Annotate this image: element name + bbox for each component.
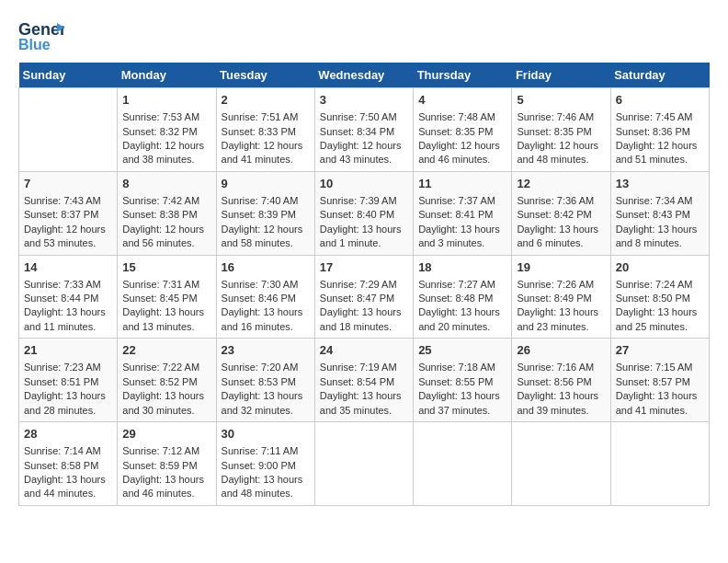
sunset-text: Sunset: 9:00 PM (222, 460, 296, 471)
day-number: 3 (320, 92, 408, 109)
calendar-cell: 6 Sunrise: 7:45 AM Sunset: 8:36 PM Dayli… (610, 88, 709, 172)
day-number: 6 (616, 92, 704, 109)
calendar-cell: 19 Sunrise: 7:26 AM Sunset: 8:49 PM Dayl… (512, 255, 610, 339)
day-number: 11 (418, 176, 506, 192)
calendar-cell: 5 Sunrise: 7:46 AM Sunset: 8:35 PM Dayli… (512, 88, 610, 172)
sunset-text: Sunset: 8:48 PM (418, 293, 493, 304)
sunrise-text: Sunrise: 7:19 AM (320, 362, 397, 373)
sunrise-text: Sunrise: 7:14 AM (24, 445, 101, 456)
calendar-cell: 2 Sunrise: 7:51 AM Sunset: 8:33 PM Dayli… (216, 88, 314, 172)
calendar-cell: 16 Sunrise: 7:30 AM Sunset: 8:46 PM Dayl… (216, 255, 314, 339)
sunset-text: Sunset: 8:58 PM (24, 460, 98, 471)
calendar-week-2: 7 Sunrise: 7:43 AM Sunset: 8:37 PM Dayli… (19, 171, 710, 255)
daylight-text: Daylight: 12 hours and 43 minutes. (320, 140, 402, 165)
daylight-text: Daylight: 13 hours and 13 minutes. (122, 306, 204, 331)
sunrise-text: Sunrise: 7:33 AM (24, 279, 101, 290)
daylight-text: Daylight: 13 hours and 41 minutes. (616, 390, 698, 415)
calendar-cell: 3 Sunrise: 7:50 AM Sunset: 8:34 PM Dayli… (314, 88, 413, 172)
daylight-text: Daylight: 12 hours and 53 minutes. (24, 224, 106, 248)
calendar-cell: 27 Sunrise: 7:15 AM Sunset: 8:57 PM Dayl… (610, 339, 709, 422)
calendar-cell: 4 Sunrise: 7:48 AM Sunset: 8:35 PM Dayli… (414, 88, 512, 172)
sunset-text: Sunset: 8:32 PM (122, 126, 197, 137)
day-header-friday: Friday (512, 63, 610, 88)
day-number: 27 (616, 342, 704, 359)
sunset-text: Sunset: 8:44 PM (24, 293, 98, 304)
page-header: General Blue (18, 18, 710, 55)
calendar-header-row: SundayMondayTuesdayWednesdayThursdayFrid… (19, 63, 710, 88)
day-number: 21 (24, 342, 112, 359)
day-number: 10 (320, 176, 408, 192)
logo: General Blue (18, 18, 64, 55)
calendar-cell: 7 Sunrise: 7:43 AM Sunset: 8:37 PM Dayli… (19, 171, 118, 255)
sunset-text: Sunset: 8:55 PM (418, 376, 493, 387)
sunrise-text: Sunrise: 7:11 AM (222, 445, 299, 456)
daylight-text: Daylight: 13 hours and 32 minutes. (222, 390, 303, 415)
day-header-tuesday: Tuesday (216, 63, 314, 88)
sunset-text: Sunset: 8:54 PM (320, 376, 394, 387)
sunset-text: Sunset: 8:39 PM (222, 209, 296, 220)
calendar-cell: 22 Sunrise: 7:22 AM Sunset: 8:52 PM Dayl… (118, 339, 216, 422)
calendar-cell: 17 Sunrise: 7:29 AM Sunset: 8:47 PM Dayl… (314, 255, 413, 339)
daylight-text: Daylight: 13 hours and 30 minutes. (122, 390, 204, 415)
calendar-cell: 30 Sunrise: 7:11 AM Sunset: 9:00 PM Dayl… (216, 422, 314, 506)
calendar-cell (512, 422, 610, 506)
day-number: 23 (222, 342, 310, 359)
sunrise-text: Sunrise: 7:12 AM (122, 445, 199, 456)
day-number: 12 (517, 176, 605, 192)
daylight-text: Daylight: 13 hours and 37 minutes. (418, 390, 500, 415)
sunrise-text: Sunrise: 7:53 AM (122, 111, 199, 122)
calendar-cell: 14 Sunrise: 7:33 AM Sunset: 8:44 PM Dayl… (19, 255, 118, 339)
sunrise-text: Sunrise: 7:50 AM (320, 111, 397, 122)
calendar-cell: 9 Sunrise: 7:40 AM Sunset: 8:39 PM Dayli… (216, 171, 314, 255)
day-number: 5 (517, 92, 605, 109)
sunrise-text: Sunrise: 7:40 AM (222, 195, 299, 206)
sunrise-text: Sunrise: 7:24 AM (616, 279, 693, 290)
calendar-week-4: 21 Sunrise: 7:23 AM Sunset: 8:51 PM Dayl… (19, 339, 710, 422)
calendar-cell (19, 88, 118, 172)
calendar-cell: 13 Sunrise: 7:34 AM Sunset: 8:43 PM Dayl… (610, 171, 709, 255)
day-number: 16 (222, 259, 310, 276)
sunrise-text: Sunrise: 7:42 AM (122, 195, 199, 206)
sunset-text: Sunset: 8:37 PM (24, 209, 98, 220)
sunrise-text: Sunrise: 7:26 AM (517, 279, 594, 290)
sunrise-text: Sunrise: 7:51 AM (222, 111, 299, 122)
sunset-text: Sunset: 8:42 PM (517, 209, 591, 220)
calendar-week-3: 14 Sunrise: 7:33 AM Sunset: 8:44 PM Dayl… (19, 255, 710, 339)
calendar-cell: 11 Sunrise: 7:37 AM Sunset: 8:41 PM Dayl… (414, 171, 512, 255)
daylight-text: Daylight: 13 hours and 6 minutes. (517, 224, 598, 248)
sunset-text: Sunset: 8:53 PM (222, 376, 296, 387)
sunset-text: Sunset: 8:34 PM (320, 126, 394, 137)
svg-text:Blue: Blue (18, 37, 51, 52)
calendar-body: 1 Sunrise: 7:53 AM Sunset: 8:32 PM Dayli… (19, 88, 710, 506)
daylight-text: Daylight: 13 hours and 8 minutes. (616, 224, 698, 248)
calendar-cell: 21 Sunrise: 7:23 AM Sunset: 8:51 PM Dayl… (19, 339, 118, 422)
sunrise-text: Sunrise: 7:45 AM (616, 111, 693, 122)
day-number: 9 (222, 176, 310, 192)
daylight-text: Daylight: 13 hours and 16 minutes. (222, 306, 303, 331)
daylight-text: Daylight: 13 hours and 25 minutes. (616, 306, 698, 331)
sunrise-text: Sunrise: 7:46 AM (517, 111, 594, 122)
day-header-wednesday: Wednesday (314, 63, 413, 88)
sunrise-text: Sunrise: 7:43 AM (24, 195, 101, 206)
calendar-cell: 25 Sunrise: 7:18 AM Sunset: 8:55 PM Dayl… (414, 339, 512, 422)
daylight-text: Daylight: 13 hours and 23 minutes. (517, 306, 598, 331)
sunset-text: Sunset: 8:52 PM (122, 376, 197, 387)
day-number: 28 (24, 426, 112, 442)
day-number: 19 (517, 259, 605, 276)
sunrise-text: Sunrise: 7:48 AM (418, 111, 495, 122)
sunset-text: Sunset: 8:51 PM (24, 376, 98, 387)
sunrise-text: Sunrise: 7:30 AM (222, 279, 299, 290)
calendar-week-5: 28 Sunrise: 7:14 AM Sunset: 8:58 PM Dayl… (19, 422, 710, 506)
sunset-text: Sunset: 8:50 PM (616, 293, 690, 304)
daylight-text: Daylight: 13 hours and 28 minutes. (24, 390, 106, 415)
calendar-cell: 15 Sunrise: 7:31 AM Sunset: 8:45 PM Dayl… (118, 255, 216, 339)
daylight-text: Daylight: 13 hours and 39 minutes. (517, 390, 598, 415)
calendar-cell: 29 Sunrise: 7:12 AM Sunset: 8:59 PM Dayl… (118, 422, 216, 506)
calendar-cell (610, 422, 709, 506)
day-number: 14 (24, 259, 112, 276)
daylight-text: Daylight: 12 hours and 56 minutes. (122, 224, 204, 248)
sunset-text: Sunset: 8:57 PM (616, 376, 690, 387)
day-number: 24 (320, 342, 408, 359)
sunrise-text: Sunrise: 7:18 AM (418, 362, 495, 373)
sunset-text: Sunset: 8:46 PM (222, 293, 296, 304)
